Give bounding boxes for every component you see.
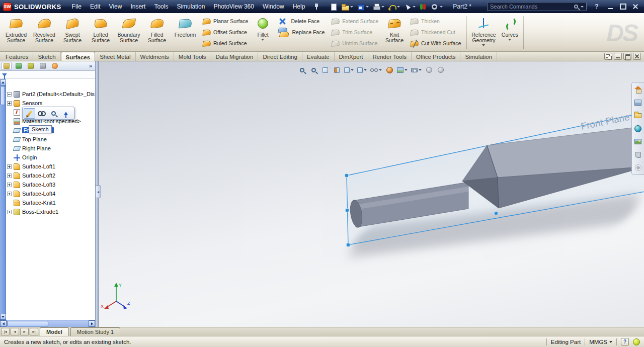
- close-button[interactable]: [630, 2, 641, 11]
- expand-box-icon[interactable]: [7, 183, 12, 187]
- options-button[interactable]: [429, 2, 444, 12]
- propertymanager-tab[interactable]: [14, 62, 24, 70]
- previous-tab-button[interactable]: ◂: [11, 328, 19, 335]
- cut-with-surface-button[interactable]: Cut With Surface: [409, 39, 463, 48]
- undo-caret-icon[interactable]: [397, 6, 400, 8]
- select-button[interactable]: [402, 2, 417, 12]
- solidworks-resources-button[interactable]: [633, 84, 643, 94]
- last-tab-button[interactable]: ▸|: [30, 328, 38, 335]
- display-style-button[interactable]: [356, 65, 368, 75]
- open-caret-icon[interactable]: [350, 6, 353, 8]
- plane-handle[interactable]: [346, 243, 350, 247]
- ruled-surface-button[interactable]: Ruled Surface: [201, 39, 250, 48]
- scroll-up-button[interactable]: [0, 79, 6, 85]
- save-caret-icon[interactable]: [366, 6, 369, 8]
- hide-show-items-button[interactable]: [369, 65, 383, 75]
- revolved-surface-button[interactable]: Revolved Surface: [30, 14, 58, 50]
- file-explorer-button[interactable]: [633, 111, 643, 120]
- curves-button[interactable]: Curves: [498, 14, 521, 50]
- doc-close-button[interactable]: [633, 53, 641, 60]
- undo-button[interactable]: [386, 2, 401, 12]
- tree-horizontal-scrollbar[interactable]: [0, 320, 95, 327]
- zoom-to-selection-button[interactable]: [48, 108, 59, 119]
- tree-item-right-plane[interactable]: Right Plane: [7, 144, 95, 153]
- tab-surfaces[interactable]: Surfaces: [61, 52, 96, 61]
- tab-data-migration[interactable]: Data Migration: [211, 52, 259, 61]
- save-button[interactable]: [355, 2, 370, 12]
- scroll-right-button[interactable]: [89, 320, 95, 327]
- plane-handle[interactable]: [345, 173, 349, 178]
- search-caret-icon[interactable]: [581, 6, 584, 8]
- swept-surface-button[interactable]: Swept Surface: [58, 14, 87, 50]
- featuremanager-tree-tab[interactable]: [2, 62, 12, 70]
- fillet-caret-icon[interactable]: [261, 39, 264, 41]
- tree-item-origin[interactable]: Origin: [7, 153, 95, 162]
- scenes-button[interactable]: [633, 137, 643, 146]
- collapse-box-icon[interactable]: [7, 92, 12, 97]
- dimxpertmanager-tab[interactable]: [38, 62, 48, 70]
- plane-handle[interactable]: [345, 208, 349, 212]
- fillet-button[interactable]: Fillet: [252, 14, 274, 50]
- units-selector[interactable]: MMGS: [589, 339, 612, 345]
- search-icon[interactable]: [574, 5, 578, 9]
- boundary-surface-button[interactable]: Boundary Surface: [115, 14, 143, 50]
- print-button[interactable]: [371, 2, 386, 12]
- tree-vertical-scrollbar[interactable]: [0, 79, 6, 320]
- panel-collapse-handle[interactable]: ◂: [96, 185, 101, 198]
- scroll-down-button[interactable]: [0, 314, 6, 320]
- menu-simulation[interactable]: Simulation: [173, 1, 209, 12]
- vertical-scroll-thumb[interactable]: [1, 86, 5, 105]
- offset-surface-button[interactable]: Offset Surface: [201, 28, 250, 37]
- zoom-to-area-button[interactable]: [308, 65, 318, 75]
- tab-render-tools[interactable]: Render Tools: [368, 52, 412, 61]
- tab-simulation[interactable]: Simulation: [460, 52, 497, 61]
- tree-item-boss-extrude1[interactable]: Boss-Extrude1: [7, 207, 95, 216]
- freeform-button[interactable]: Freeform: [171, 14, 199, 50]
- pan-button[interactable]: [436, 65, 446, 75]
- apply-scene-button[interactable]: [396, 65, 409, 75]
- minimize-button[interactable]: [605, 2, 616, 11]
- menu-help[interactable]: Help: [289, 1, 309, 12]
- rotate-view-button[interactable]: [424, 65, 434, 75]
- menu-photoview-360[interactable]: PhotoView 360: [209, 1, 258, 12]
- tab-dimxpert[interactable]: DimXpert: [335, 52, 368, 61]
- expand-box-icon[interactable]: [7, 173, 12, 178]
- menu-view[interactable]: View: [105, 1, 126, 12]
- tree-item-surface-loft2[interactable]: Surface-Loft2: [7, 171, 95, 180]
- reference-geometry-caret-icon[interactable]: [482, 44, 485, 46]
- tree-item-part-root[interactable]: Part2 (Default<<Default>_Displa: [7, 90, 95, 99]
- maximize-button[interactable]: [618, 2, 628, 11]
- menu-tools[interactable]: Tools: [150, 1, 172, 12]
- extruded-surface-button[interactable]: Extruded Surface: [2, 14, 30, 50]
- graphics-viewport[interactable]: Front Plane: [99, 61, 644, 327]
- help-button[interactable]: ?: [592, 3, 601, 10]
- lofted-surface-button[interactable]: Lofted Surface: [87, 14, 115, 50]
- resources-indicator-icon[interactable]: [633, 338, 640, 345]
- custom-properties-button[interactable]: [633, 150, 643, 159]
- search-commands-box[interactable]: Search Commands: [487, 2, 587, 11]
- open-button[interactable]: [340, 2, 355, 12]
- tab-mold-tools[interactable]: Mold Tools: [174, 52, 211, 61]
- expand-box-icon[interactable]: [7, 210, 12, 214]
- planar-surface-button[interactable]: Planar Surface: [201, 17, 250, 26]
- tree-item-surface-loft4[interactable]: Surface-Loft4: [7, 189, 95, 198]
- tab-motion-study-1[interactable]: Motion Study 1: [70, 327, 120, 336]
- doc-minimize-button[interactable]: [614, 53, 622, 60]
- menu-insert[interactable]: Insert: [126, 1, 149, 12]
- tab-evaluate[interactable]: Evaluate: [302, 52, 335, 61]
- tab-weldments[interactable]: Weldments: [136, 52, 174, 61]
- sketch-button[interactable]: [24, 108, 35, 119]
- tab-sheet-metal[interactable]: Sheet Metal: [95, 52, 135, 61]
- new-document-button[interactable]: [328, 2, 339, 12]
- more-tabs-chevron-icon[interactable]: »: [89, 63, 94, 69]
- reference-geometry-button[interactable]: Reference Geometry: [469, 14, 498, 50]
- tab-model[interactable]: Model: [40, 327, 69, 336]
- tab-features[interactable]: Features: [1, 52, 33, 61]
- tab-direct-editing[interactable]: Direct Editing: [258, 52, 302, 61]
- previous-view-button[interactable]: [320, 65, 330, 75]
- menu-window[interactable]: Window: [259, 1, 288, 12]
- tree-item-top-plane[interactable]: Top Plane: [7, 135, 95, 144]
- view-orientation-button[interactable]: [343, 65, 355, 75]
- tree-item-surface-loft3[interactable]: Surface-Loft3: [7, 180, 95, 189]
- menu-file[interactable]: File: [68, 1, 86, 12]
